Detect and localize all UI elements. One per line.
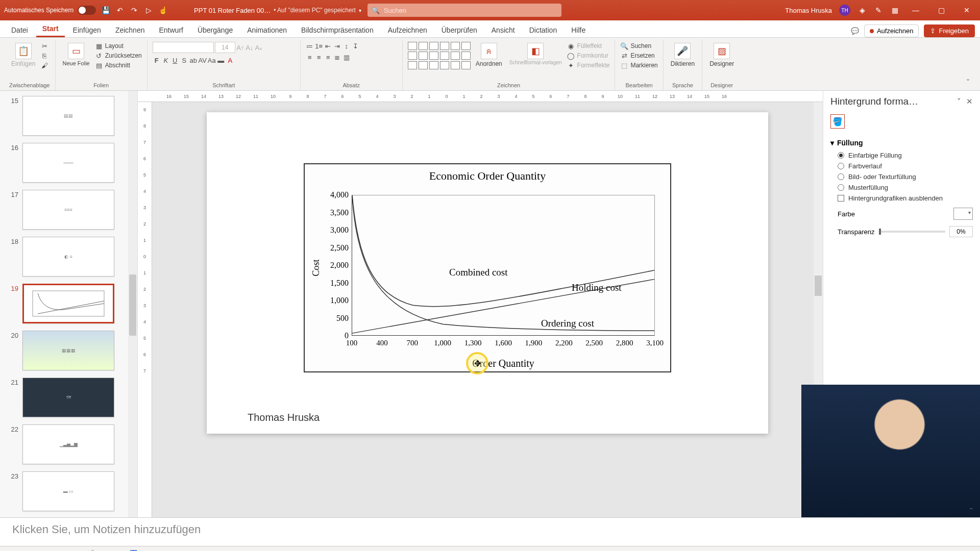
chk-hide-bg[interactable]: Hintergrundgrafiken ausblenden (830, 193, 973, 204)
shapes-gallery[interactable] (408, 42, 471, 69)
minimize-button[interactable]: — (906, 3, 925, 17)
numbering-icon[interactable]: 1≡ (315, 42, 323, 50)
font-family-input[interactable] (153, 42, 214, 53)
tab-dictation[interactable]: Dictation (523, 22, 563, 37)
line-spacing-icon[interactable]: ↕ (342, 42, 351, 50)
shape-arrow-icon[interactable] (429, 42, 438, 50)
reset-button[interactable]: ↺Zurücksetzen (95, 52, 142, 60)
font-size-input[interactable] (215, 42, 235, 53)
scrollbar-handle[interactable] (815, 276, 822, 296)
paste-button[interactable]: 📋Einfügen (9, 42, 37, 68)
shape-star-icon[interactable] (440, 52, 449, 60)
pane-dropdown-icon[interactable]: ˅ (957, 97, 961, 106)
slide-canvas[interactable]: Economic Order Quantity Cost 05001,0001,… (207, 112, 768, 434)
quick-styles-button[interactable]: ◧Schnellformat-vorlagen (507, 42, 564, 66)
case-icon[interactable]: Aa (208, 56, 216, 64)
search-input[interactable] (384, 7, 557, 14)
shape-oval-icon[interactable] (451, 42, 460, 50)
shape-scribble-icon[interactable] (429, 61, 438, 69)
shape-fill-button[interactable]: ◉Fülleffekt (567, 42, 610, 50)
autosave-toggle[interactable]: Automatisches Speichern (4, 6, 96, 15)
pane-close-icon[interactable]: ✕ (966, 97, 973, 106)
thumb-20[interactable]: ▦▦▦ (22, 331, 114, 370)
thumb-17[interactable]: ≡≡≡ (22, 190, 114, 230)
indent-icon[interactable]: ⇥ (333, 42, 341, 50)
search-box[interactable]: 🔍 (368, 4, 561, 17)
shape-diamond-icon[interactable] (419, 52, 428, 60)
touch-icon[interactable]: ☝ (158, 6, 167, 15)
thumb-22[interactable]: ▁▃▅▂▆ (22, 424, 114, 464)
thumb-18[interactable]: ◐ ≡ (22, 237, 114, 277)
strike-icon[interactable]: S (180, 56, 188, 64)
cut-button[interactable]: ✂ (40, 42, 48, 50)
dictate-button[interactable]: 🎤Diktieren (669, 42, 697, 68)
designer-button[interactable]: ▨Designer (707, 42, 736, 68)
color-picker[interactable] (953, 208, 973, 220)
replace-button[interactable]: ⇄Ersetzen (620, 52, 657, 60)
format-painter-button[interactable]: 🖌 (40, 61, 48, 69)
tab-entwurf[interactable]: Entwurf (153, 22, 189, 37)
outdent-icon[interactable]: ⇤ (324, 42, 332, 50)
pen-icon[interactable]: ✎ (874, 6, 883, 15)
arrange-button[interactable]: ⩀Anordnen (474, 42, 504, 68)
shape-textbox-icon[interactable] (408, 42, 417, 50)
notes-pane[interactable]: Klicken Sie, um Notizen hinzuzufügen (0, 517, 980, 546)
shape-free-icon[interactable] (419, 61, 428, 69)
opt-picture-fill[interactable]: Bild- oder Texturfüllung (830, 171, 973, 182)
tab-zeichnen[interactable]: Zeichnen (109, 22, 151, 37)
thumb-21[interactable]: 🗺 (22, 378, 114, 417)
tab-hilfe[interactable]: Hilfe (565, 22, 592, 37)
calendar-icon[interactable]: ▦ (890, 6, 899, 15)
new-slide-button[interactable]: ▭Neue Folie (61, 42, 92, 67)
bullets-icon[interactable]: ≔ (306, 42, 314, 50)
tab-ansicht[interactable]: Ansicht (485, 22, 521, 37)
shape-triangle-icon[interactable] (408, 52, 417, 60)
slideshow-icon[interactable]: ▷ (144, 6, 153, 15)
undo-icon[interactable]: ↶ (115, 6, 125, 15)
tab-aufzeichnen[interactable]: Aufzeichnen (382, 22, 433, 37)
tab-bildschirm[interactable]: Bildschirmpräsentation (295, 22, 380, 37)
shape-curve-icon[interactable] (408, 61, 417, 69)
comments-icon[interactable]: 💬 (851, 27, 859, 35)
fill-bucket-icon[interactable]: 🪣 (830, 114, 845, 129)
opt-pattern-fill[interactable]: Musterfüllung (830, 182, 973, 193)
copy-button[interactable]: ⎘ (40, 52, 48, 60)
font-color-icon[interactable]: A (226, 56, 234, 64)
underline-icon[interactable]: U (171, 56, 179, 64)
shrink-font-icon[interactable]: A↓ (246, 43, 254, 52)
thumb-16[interactable]: ═══ (22, 143, 114, 183)
tab-start[interactable]: Start (36, 20, 65, 37)
align-left-icon[interactable]: ≡ (306, 53, 314, 61)
redo-icon[interactable]: ↷ (130, 6, 139, 15)
share-button[interactable]: ⇪Freigeben (924, 24, 975, 37)
tab-einfuegen[interactable]: Einfügen (67, 22, 107, 37)
close-button[interactable]: ✕ (958, 3, 976, 17)
shape-hex-icon[interactable] (451, 52, 460, 60)
tab-datei[interactable]: Datei (5, 22, 34, 37)
justify-icon[interactable]: ≣ (333, 53, 341, 61)
tab-uebergaenge[interactable]: Übergänge (191, 22, 239, 37)
align-right-icon[interactable]: ≡ (324, 53, 332, 61)
shape-brace2-icon[interactable] (451, 61, 460, 69)
shape-outline-button[interactable]: ◯Formkontur (567, 52, 610, 60)
opt-gradient-fill[interactable]: Farbverlauf (830, 161, 973, 171)
scrollbar-handle[interactable] (129, 274, 136, 336)
find-button[interactable]: 🔍Suchen (620, 42, 657, 50)
user-avatar[interactable]: TH (839, 5, 850, 16)
align-center-icon[interactable]: ≡ (315, 53, 323, 61)
tab-ueberpruefen[interactable]: Überprüfen (435, 22, 483, 37)
save-icon[interactable]: 💾 (101, 6, 110, 15)
transparency-slider[interactable] (879, 231, 946, 233)
clear-format-icon[interactable]: Aₓ (255, 43, 263, 52)
tab-animationen[interactable]: Animationen (241, 22, 293, 37)
collapse-ribbon-button[interactable]: ˅ (960, 74, 976, 90)
transparency-input[interactable] (949, 226, 973, 237)
section-button[interactable]: ▤Abschnitt (95, 61, 142, 69)
shape-more-icon[interactable] (461, 52, 471, 60)
highlight-icon[interactable]: ▬ (217, 56, 225, 64)
shape-line-icon[interactable] (419, 42, 428, 50)
grow-font-icon[interactable]: A↑ (236, 43, 244, 52)
shape-rect-icon[interactable] (440, 42, 449, 50)
thumb-15[interactable]: ▤▤ (22, 96, 114, 136)
shape-expand-icon[interactable] (461, 61, 471, 69)
